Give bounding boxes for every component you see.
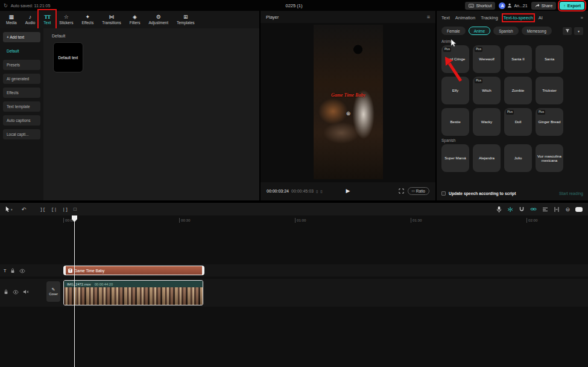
sidebar-item-local-captions[interactable]: Local capti... (3, 129, 40, 139)
voice-tile-ginger-bread[interactable]: PlusGinger Bread (536, 108, 563, 136)
voice-tile-voz-masculina[interactable]: Voz masculina mexicana (536, 144, 563, 172)
add-text-button[interactable]: + Add text (3, 32, 40, 42)
anime-voice-grid: PlusLord Cringe PlusWerewolf Santa II Sa… (437, 45, 588, 136)
voice-tile-wacky[interactable]: Wacky (473, 108, 501, 136)
chevron-down-icon[interactable]: ▾ (574, 27, 583, 35)
sidebar-item-effects[interactable]: Effects (3, 88, 40, 98)
share-button[interactable]: Share (531, 2, 557, 10)
voice-filter-icon[interactable] (563, 27, 572, 35)
lock-icon[interactable] (4, 289, 8, 295)
voice-name: Voz masculina mexicana (537, 154, 561, 163)
tab-text-to-speech[interactable]: Text-to-speech (504, 15, 533, 21)
timeline-ruler[interactable]: 00:00 00:30 01:00 01:30 02:00 (0, 215, 588, 223)
snapping-icon[interactable] (554, 206, 560, 212)
playhead-line[interactable] (74, 215, 75, 367)
split-icon[interactable]: ][ (40, 206, 46, 212)
voice-tile-santa[interactable]: Santa (536, 45, 563, 73)
voice-tile-julio[interactable]: Julio (504, 144, 532, 172)
default-text-tile[interactable]: Default text (53, 42, 83, 72)
video-clip-name: IMG_2472.mov (67, 282, 91, 286)
ribbon-item-audio[interactable]: ♪Audio (21, 11, 40, 28)
sidebar-item-auto-captions[interactable]: Auto captions (3, 115, 40, 126)
account-button[interactable]: A An...21 (499, 2, 527, 9)
ratio-label: Ratio (416, 189, 425, 193)
ribbon-item-effects[interactable]: ✦Effects (77, 11, 98, 28)
shortcut-button[interactable]: Shortcut (465, 2, 495, 10)
ribbon-item-transitions[interactable]: ⋈Transitions (98, 11, 125, 28)
voice-tile-lord-cringe[interactable]: PlusLord Cringe (441, 45, 469, 73)
frame-back-icon[interactable]: ▯ (316, 189, 318, 193)
delete-right-icon[interactable]: |] (62, 206, 68, 212)
voice-tile-doll[interactable]: PlusDoll (504, 108, 532, 136)
video-track-header (4, 289, 29, 295)
sidebar-item-default[interactable]: Default (3, 46, 40, 56)
tab-tracking[interactable]: Tracking (481, 15, 498, 21)
video-clip[interactable]: IMG_2472.mov 00:00:44:20 (63, 280, 203, 305)
ribbon-item-media[interactable]: ▦Media (2, 11, 21, 28)
undo-icon[interactable]: ↶ (22, 206, 27, 212)
more-tabs-icon[interactable]: » (581, 15, 583, 21)
delete-left-icon[interactable]: [| (51, 206, 57, 212)
preview-axis-icon[interactable] (507, 206, 513, 212)
export-label: Export (567, 4, 581, 8)
mute-icon[interactable] (23, 289, 29, 295)
video-preview[interactable]: Game Time Baby ⊕ (314, 25, 383, 179)
voice-tile-witch[interactable]: PlusWitch (473, 77, 501, 104)
voice-tile-trickster[interactable]: Trickster (536, 77, 563, 104)
audio-icon: ♪ (29, 14, 32, 20)
text-clip-label: Game Time Baby (74, 269, 104, 273)
ribbon-label: Audio (25, 21, 36, 25)
player-menu-icon[interactable]: ≡ (427, 14, 430, 20)
sidebar-item-ai-generated[interactable]: AI generated (3, 74, 40, 84)
zoom-slider-handle[interactable] (575, 207, 583, 212)
voice-name: Elfy (452, 88, 458, 92)
update-speech-checkbox[interactable] (441, 191, 446, 196)
ratio-button[interactable]: ▭ Ratio (408, 187, 429, 195)
chip-spanish[interactable]: Spanish (493, 27, 519, 35)
sidebar-item-text-template[interactable]: Text template (3, 101, 40, 112)
ribbon-item-stickers[interactable]: ☆Stickers (55, 11, 77, 28)
ribbon-item-adjustment[interactable]: ⚙Adjustment (144, 11, 172, 28)
voice-tile-werewolf[interactable]: PlusWerewolf (473, 45, 501, 73)
timeline: 00:00 00:30 01:00 01:30 02:00 T ✎ Cover … (0, 215, 588, 367)
ruler-label: 00:30 (179, 218, 190, 223)
ribbon-item-templates[interactable]: ⊞Templates (172, 11, 199, 28)
zoom-out-icon[interactable]: ⊖ (565, 206, 570, 212)
delete-icon[interactable]: □ (74, 206, 77, 212)
text-overlay[interactable]: Game Time Baby (314, 92, 383, 98)
tab-text[interactable]: Text (441, 15, 450, 21)
voice-tile-alejandra[interactable]: Alejandra (473, 144, 501, 172)
text-clip[interactable]: T Game Time Baby (63, 266, 204, 275)
sidebar-item-presets[interactable]: Presets (3, 60, 40, 70)
voice-tile-bestie[interactable]: Bestie (441, 108, 469, 136)
eye-icon[interactable] (19, 269, 25, 273)
record-voiceover-icon[interactable] (496, 206, 502, 213)
tab-animation[interactable]: Animation (455, 15, 475, 21)
chip-female[interactable]: Female (441, 27, 466, 35)
linking-icon[interactable] (530, 206, 537, 212)
auto-ripple-icon[interactable] (542, 206, 548, 212)
fullscreen-icon[interactable] (399, 188, 404, 194)
ribbon-item-filters[interactable]: ◈Filters (125, 11, 145, 28)
magnet-icon[interactable] (519, 206, 525, 212)
export-button[interactable]: ↑ Export (560, 2, 584, 10)
cover-button[interactable]: ✎ Cover (46, 281, 60, 302)
chip-memesong[interactable]: Memesong (522, 27, 552, 35)
chip-anime[interactable]: Anime (469, 27, 490, 35)
voice-tile-zombie[interactable]: Zombie (504, 77, 532, 104)
voice-tile-elfy[interactable]: Elfy (441, 77, 469, 104)
voice-name: Alejandra (479, 156, 495, 160)
ribbon-item-text[interactable]: TTText (39, 11, 55, 28)
frame-forward-icon[interactable]: ▯ (320, 189, 322, 193)
tab-ai[interactable]: AI (539, 15, 543, 21)
play-button[interactable]: ▶ (346, 188, 350, 194)
voice-tile-super-mama[interactable]: Super Mamá (441, 144, 469, 172)
voice-tile-santa-ii[interactable]: Santa II (504, 45, 532, 73)
voice-name: Julio (514, 156, 522, 160)
start-reading-button[interactable]: Start reading (559, 191, 583, 196)
transform-control-icon[interactable]: ⊕ (346, 110, 351, 116)
ribbon-label: Transitions (102, 21, 121, 25)
select-tool-button[interactable]: ▾ (5, 206, 13, 212)
eye-icon[interactable] (13, 290, 19, 295)
lock-icon[interactable] (10, 268, 15, 273)
